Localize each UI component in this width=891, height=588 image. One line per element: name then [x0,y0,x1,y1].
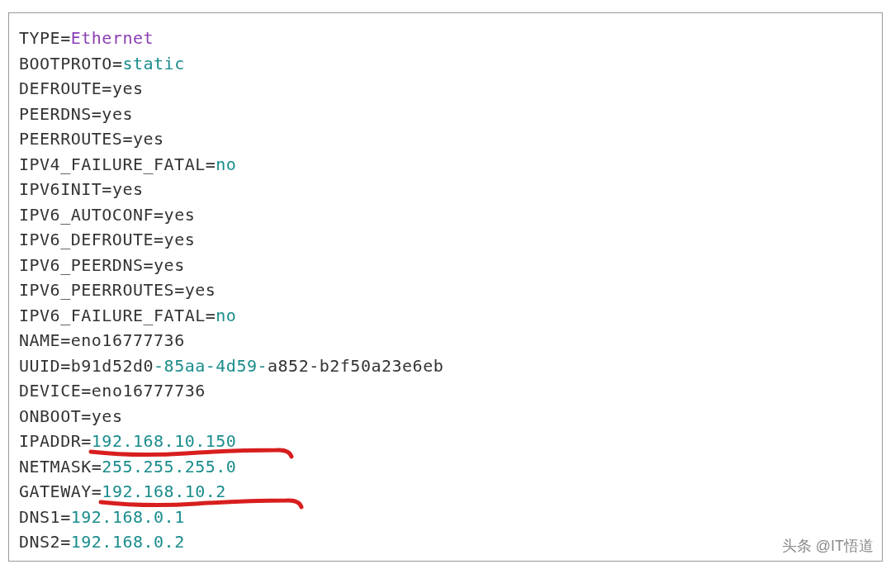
config-line-netmask: NETMASK=255.255.255.0 [19,454,872,480]
config-line-type: TYPE=Ethernet [19,26,872,51]
equals-sign: = [206,306,216,325]
config-value-segment: 85aa [164,356,206,376]
config-key: IPV6INIT [19,179,102,199]
config-key: DEVICE [19,381,81,401]
equals-sign: = [206,154,216,174]
config-value: no [216,306,236,325]
config-key: IPV4_FAILURE_FATAL [19,154,206,174]
config-line-peerroutes: PEERROUTES=yes [19,126,872,152]
config-value: yes [112,179,144,199]
equals-sign: = [112,54,123,74]
config-value-segment: - [206,356,216,376]
config-value: 192.168.10.2 [102,481,226,501]
equals-sign: = [144,255,154,275]
config-key: IPV6_DEFROUTE [19,230,154,249]
config-key: BOOTPROTO [19,54,112,74]
equals-sign: = [81,381,92,401]
config-key: IPV6_FAILURE_FATAL [19,306,206,325]
config-line-ipv6_autoconf: IPV6_AUTOCONF=yes [19,202,872,228]
config-key: PEERROUTES [19,129,122,149]
config-line-name: NAME=eno16777736 [19,328,872,353]
equals-sign: = [81,431,92,451]
config-line-ipv6init: IPV6INIT=yes [19,177,872,202]
config-key: PEERDNS [19,104,92,124]
config-value: eno16777736 [92,381,206,401]
config-value: 255.255.255.0 [102,457,236,477]
watermark-text: 头条 @IT悟道 [782,536,874,556]
config-key: DNS2 [19,532,60,552]
config-line-ipv6_failure_fatal: IPV6_FAILURE_FATAL=no [19,303,872,329]
equals-sign: = [102,78,112,98]
equals-sign: = [60,532,71,552]
config-value: 192.168.10.150 [92,431,237,451]
config-key: DEFROUTE [19,78,102,98]
config-value-segment: a852 [268,356,309,376]
config-value: yes [154,255,185,275]
config-value: Ethernet [71,28,154,48]
config-key: TYPE [19,28,60,48]
equals-sign: = [81,406,92,426]
equals-sign: = [60,28,71,48]
equals-sign: = [122,129,133,149]
config-value: yes [164,230,196,249]
config-value: yes [102,104,133,124]
config-key: IPV6_PEERDNS [19,255,144,275]
config-value-segment: b91d52d0 [71,356,154,376]
config-line-ipv6_defroute: IPV6_DEFROUTE=yes [19,227,872,253]
config-value: no [216,154,236,174]
config-line-uuid: UUID=b91d52d0-85aa-4d59-a852-b2f50a23e6e… [19,353,872,379]
config-value: eno16777736 [71,330,185,350]
config-value: static [122,54,184,74]
equals-sign: = [174,280,185,300]
config-value: yes [185,280,216,300]
config-value: yes [133,129,164,149]
equals-sign: = [60,330,71,350]
config-line-bootproto: BOOTPROTO=static [19,51,872,77]
equals-sign: = [154,205,164,225]
config-value: 192.168.0.1 [71,507,185,527]
equals-sign: = [92,457,102,477]
config-key: IPADDR [19,431,81,451]
config-key: UUID [19,356,60,376]
config-value-segment: - [257,356,268,376]
config-line-defroute: DEFROUTE=yes [19,76,872,102]
equals-sign: = [60,507,71,527]
config-key: GATEWAY [19,481,92,501]
config-file-view: TYPE=EthernetBOOTPROTO=staticDEFROUTE=ye… [8,12,883,562]
equals-sign: = [92,104,102,124]
config-key: IPV6_PEERROUTES [19,280,174,300]
config-line-ipv6_peerroutes: IPV6_PEERROUTES=yes [19,277,872,303]
config-value-segment: 4d59 [216,356,257,376]
config-line-gateway: GATEWAY=192.168.10.2 [19,479,872,505]
config-key: ONBOOT [19,406,81,426]
config-value: 192.168.0.2 [71,532,185,552]
config-value-segment: - [309,356,320,376]
equals-sign: = [92,481,102,501]
config-line-ipv4_failure_fatal: IPV4_FAILURE_FATAL=no [19,152,872,178]
config-value-segment: b2f50a23e6eb [320,356,444,376]
equals-sign: = [60,356,71,376]
config-value: yes [164,205,196,225]
config-line-ipv6_peerdns: IPV6_PEERDNS=yes [19,253,872,278]
config-value: yes [112,78,144,98]
equals-sign: = [154,230,164,249]
config-line-dns1: DNS1=192.168.0.1 [19,505,872,530]
config-key: IPV6_AUTOCONF [19,205,154,225]
config-key: NETMASK [19,457,92,477]
config-value-segment: - [154,356,164,376]
config-value: yes [92,406,123,426]
config-line-peerdns: PEERDNS=yes [19,102,872,127]
config-key: NAME [19,330,60,350]
config-line-dns2: DNS2=192.168.0.2 [19,529,872,555]
equals-sign: = [102,179,112,199]
config-line-ipaddr: IPADDR=192.168.10.150 [19,429,872,454]
config-key: DNS1 [19,507,60,527]
config-line-onboot: ONBOOT=yes [19,404,872,429]
config-line-device: DEVICE=eno16777736 [19,378,872,404]
